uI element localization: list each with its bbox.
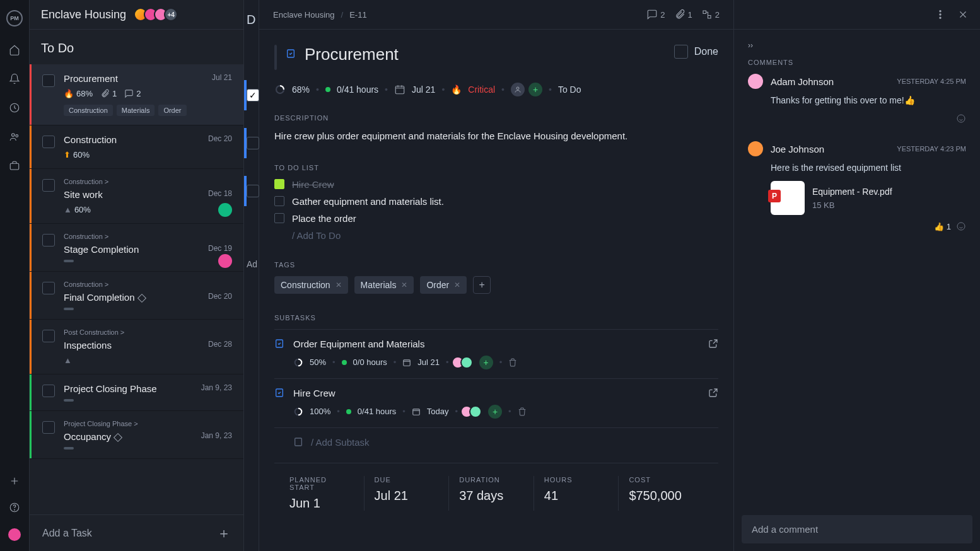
- open-subtask-icon[interactable]: [708, 339, 718, 349]
- comments-list: Adam JohnsonYESTERDAY 4:25 PMThanks for …: [748, 74, 966, 231]
- subtasks-list: Order Equipment and Materials50%•0/0 hou…: [274, 329, 718, 427]
- task-card[interactable]: Construction >Site workDec 18▲60%: [30, 169, 243, 224]
- tag-chip[interactable]: Order✕: [420, 276, 467, 294]
- done-toggle[interactable]: Done: [674, 45, 718, 59]
- task-meta-row: 68% • 0/41 hours • Jul 21 • 🔥 Critical •…: [274, 83, 718, 96]
- remove-tag-icon[interactable]: ✕: [335, 281, 342, 289]
- close-icon[interactable]: [957, 9, 969, 20]
- comments-label: COMMENTS: [748, 59, 966, 66]
- delete-subtask-icon[interactable]: [518, 407, 527, 416]
- calendar-icon: [394, 84, 405, 95]
- project-header: Enclave Housing +4: [30, 0, 243, 30]
- add-reaction-icon[interactable]: [956, 113, 966, 124]
- description-text[interactable]: Hire crew plus order equipment and mater…: [274, 129, 718, 144]
- detail-header: Enclave Housing/E-11 2 1 2: [259, 0, 733, 30]
- tags-row: Construction✕Materials✕Order✕+: [274, 276, 718, 294]
- task-list-panel: Enclave Housing +4 To Do ProcurementJul …: [30, 0, 244, 551]
- comment: Joe JohnsonYESTERDAY 4:23 PMHere is the …: [748, 141, 966, 231]
- add-reaction-icon[interactable]: [956, 221, 966, 231]
- subtask-icon: [701, 9, 713, 20]
- subtask-type-icon: [274, 388, 284, 398]
- comment: Adam JohnsonYESTERDAY 4:25 PMThanks for …: [748, 74, 966, 124]
- current-user-avatar[interactable]: [8, 528, 21, 541]
- comment-input[interactable]: Add a comment: [742, 515, 972, 543]
- add-subtask-input[interactable]: / Add Subtask: [274, 427, 718, 448]
- subtask-item[interactable]: Order Equipment and Materials50%•0/0 hou…: [274, 329, 718, 378]
- subtask-item[interactable]: Hire Crew100%•0/41 hours•Today•+•: [274, 378, 718, 427]
- progress-ring-icon: [274, 84, 286, 95]
- tag-chip[interactable]: Materials✕: [354, 276, 414, 294]
- team-icon[interactable]: [9, 131, 20, 142]
- column-title: To Do: [30, 30, 243, 64]
- svg-rect-16: [295, 438, 302, 446]
- add-todo-input[interactable]: / Add To Do: [274, 230, 718, 241]
- task-stats: PLANNED STARTJun 1 DUEJul 21 DURATION37 …: [274, 463, 718, 511]
- add-assignee-button[interactable]: +: [488, 405, 502, 419]
- more-icon[interactable]: [935, 9, 946, 20]
- remove-tag-icon[interactable]: ✕: [454, 281, 460, 289]
- todo-list: Hire CrewGather equipment and materials …: [274, 179, 718, 241]
- svg-point-19: [940, 17, 941, 18]
- comment-attachment[interactable]: PEquipment - Rev.pdf15 KB: [771, 181, 966, 215]
- todo-item[interactable]: Place the order: [274, 213, 718, 224]
- svg-point-17: [940, 11, 941, 12]
- todo-label: TO DO LIST: [274, 164, 718, 171]
- header-subtasks-count[interactable]: 2: [701, 9, 720, 20]
- todo-item[interactable]: Hire Crew: [274, 179, 718, 190]
- recent-icon[interactable]: [9, 102, 20, 113]
- projects-icon[interactable]: [9, 160, 20, 171]
- task-card[interactable]: ConstructionDec 20⬆60%: [30, 125, 243, 169]
- header-attach-count[interactable]: 1: [674, 9, 692, 20]
- subtask-type-icon: [274, 339, 284, 349]
- task-card[interactable]: Project Closing PhaseJan 9, 23: [30, 374, 243, 411]
- svg-rect-3: [10, 163, 19, 170]
- svg-point-1: [12, 134, 15, 137]
- detail-region: Enclave Housing/E-11 2 1 2: [259, 0, 980, 551]
- svg-point-20: [957, 115, 965, 122]
- attachment-icon: [674, 9, 685, 20]
- open-subtask-icon[interactable]: [708, 388, 718, 398]
- todo-item[interactable]: Gather equipment and materials list.: [274, 196, 718, 207]
- task-card[interactable]: Project Closing Phase >OccupancyJan 9, 2…: [30, 411, 243, 459]
- svg-point-2: [16, 135, 18, 137]
- delete-subtask-icon[interactable]: [508, 358, 517, 367]
- remove-tag-icon[interactable]: ✕: [401, 281, 407, 289]
- subtasks-label: SUBTASKS: [274, 314, 718, 322]
- task-card[interactable]: ProcurementJul 21🔥68%12ConstructionMater…: [30, 64, 243, 125]
- svg-rect-12: [404, 359, 411, 365]
- help-icon[interactable]: [9, 502, 20, 513]
- home-icon[interactable]: [9, 44, 20, 55]
- svg-point-5: [15, 509, 15, 510]
- comments-panel: ›› COMMENTS Adam JohnsonYESTERDAY 4:25 P…: [734, 0, 980, 551]
- task-card[interactable]: Construction >Stage CompletionDec 19: [30, 224, 243, 272]
- breadcrumb[interactable]: Enclave Housing/E-11: [273, 10, 367, 20]
- task-card[interactable]: Post Construction >InspectionsDec 28▲: [30, 320, 243, 374]
- project-members[interactable]: +4: [137, 8, 178, 21]
- svg-point-9: [516, 87, 519, 90]
- svg-rect-8: [395, 86, 404, 94]
- svg-point-21: [957, 223, 965, 230]
- app-nav-rail: PM: [0, 0, 30, 551]
- add-assignee-button[interactable]: +: [479, 356, 493, 369]
- project-title: Enclave Housing: [41, 8, 126, 21]
- add-tag-button[interactable]: +: [473, 276, 491, 294]
- comment-icon: [646, 9, 658, 20]
- add-icon[interactable]: [9, 475, 20, 487]
- add-task-button[interactable]: Add a Task ＋: [30, 514, 243, 551]
- task-card[interactable]: Construction >Final CompletionDec 20: [30, 272, 243, 320]
- add-assignee-button: +: [528, 83, 542, 96]
- peek-next-column: D ✓ Ad: [244, 0, 259, 551]
- task-list: ProcurementJul 21🔥68%12ConstructionMater…: [30, 64, 243, 514]
- description-label: DESCRIPTION: [274, 114, 718, 122]
- svg-rect-15: [413, 409, 420, 414]
- assignee-list[interactable]: +: [511, 83, 542, 96]
- header-comments-count[interactable]: 2: [646, 9, 665, 20]
- collapse-comments-icon[interactable]: ››: [748, 41, 966, 50]
- notifications-icon[interactable]: [9, 73, 20, 84]
- tag-chip[interactable]: Construction✕: [274, 276, 348, 294]
- app-logo[interactable]: PM: [6, 10, 23, 26]
- tags-label: TAGS: [274, 261, 718, 269]
- task-title[interactable]: Procurement: [305, 45, 665, 64]
- reaction-badge[interactable]: 👍 1: [934, 222, 951, 231]
- task-type-icon: [286, 49, 296, 59]
